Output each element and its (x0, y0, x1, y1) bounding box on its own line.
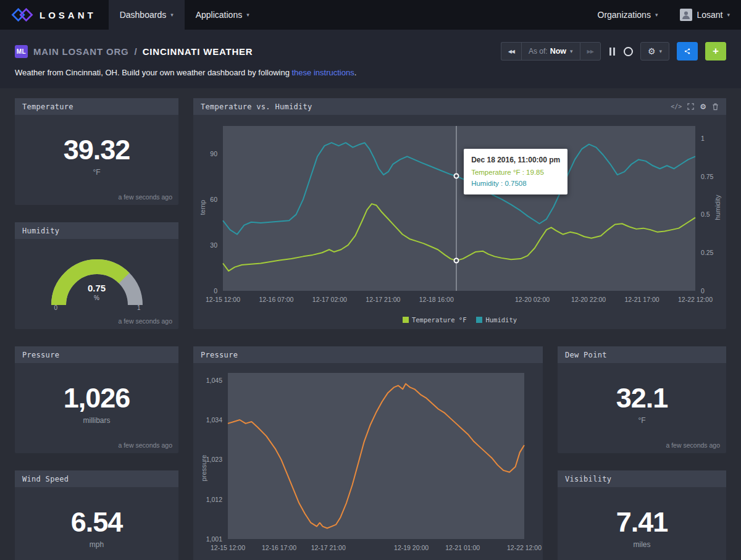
block-body: 32.1 °F a few seconds ago (558, 363, 726, 453)
gauge-max-label: 1 (137, 304, 141, 311)
breadcrumb: ML MAIN LOSANT ORG / CINCINNATI WEATHER (15, 45, 253, 58)
block-body: 0.75 % 0 1 a few seconds ago (15, 239, 178, 329)
time-back-button[interactable]: ◀◀ (501, 42, 521, 61)
gauge-value: 0.75 (44, 283, 149, 293)
axis-tick-label: 0.75 (701, 173, 713, 180)
chart-legend: Temperature °FHumidity (193, 316, 726, 324)
as-of-value: Now (550, 47, 566, 56)
block-title: Visibility (565, 475, 611, 483)
nav-user-menu[interactable]: Losant ▾ (669, 0, 741, 30)
block-body: 7.41 miles (558, 487, 726, 560)
nav-dashboards[interactable]: Dashboards ▾ (109, 0, 185, 30)
instructions-link[interactable]: these instructions (292, 68, 354, 77)
avatar (680, 9, 692, 21)
chevron-down-icon: ▾ (659, 48, 662, 54)
axis-tick-label: 1,045 (206, 377, 222, 384)
brand-text: LOSANT (40, 10, 96, 20)
block-chart-header[interactable]: Temperature vs. Humidity </> ⚙ (193, 98, 726, 115)
as-of-label: As of: (529, 47, 548, 56)
block-visibility-header[interactable]: Visibility (558, 470, 726, 487)
pause-button[interactable] (608, 48, 616, 56)
axis-tick-label: 0.25 (701, 249, 713, 256)
axis-tick-label: 12-22 12:00 (678, 296, 713, 303)
legend-item: Humidity (476, 316, 517, 324)
axis-tick-label: 1,001 (206, 535, 222, 543)
breadcrumb-org-link[interactable]: MAIN LOSANT ORG (33, 46, 129, 57)
trash-icon[interactable] (712, 103, 719, 111)
description-period: . (354, 68, 357, 77)
block-pressure-header[interactable]: Pressure (15, 346, 178, 363)
humidity-gauge: 0.75 % 0 1 (44, 252, 149, 309)
chart-body: temp humidity Dec 18 2016, 11:00:00 pm T… (193, 115, 726, 329)
block-wind-header[interactable]: Wind Speed (15, 470, 178, 487)
block-title: Pressure (201, 351, 238, 359)
nav-organizations[interactable]: Organizations ▾ (587, 0, 669, 30)
plus-icon: + (713, 45, 719, 57)
row-2: Pressure 1,026 millibars a few seconds a… (15, 346, 726, 560)
block-temperature: Temperature 39.32 °F a few seconds ago (15, 98, 178, 205)
code-icon[interactable]: </> (671, 103, 682, 110)
nav-applications[interactable]: Applications ▾ (185, 0, 261, 30)
dashboard-description: Weather from Cincinnati, OH. Build your … (15, 68, 726, 77)
last-updated: a few seconds ago (118, 193, 172, 201)
refresh-indicator-icon[interactable] (624, 47, 633, 56)
axis-tick-label: 1,034 (206, 416, 222, 424)
block-visibility: Visibility 7.41 miles (558, 470, 726, 560)
gauge-min-label: 0 (54, 304, 58, 311)
description-text: Weather from Cincinnati, OH. Build your … (15, 68, 290, 77)
block-title: Pressure (22, 351, 59, 359)
as-of-dropdown[interactable]: As of: Now ▾ (521, 42, 580, 61)
block-body: 6.54 mph (15, 487, 178, 560)
org-badge[interactable]: ML (15, 45, 28, 58)
losant-logo-icon (11, 8, 33, 22)
chevron-down-icon: ▾ (570, 48, 573, 54)
block-chart-header[interactable]: Pressure (193, 346, 543, 363)
chart-body: pressure 1,0011,0121,0231,0341,04512-15 … (193, 363, 543, 560)
axis-tick-label: 0 (214, 287, 217, 295)
add-block-button[interactable]: + (705, 42, 726, 61)
last-updated: a few seconds ago (118, 441, 172, 449)
axis-tick-label: 12-21 01:00 (445, 544, 480, 551)
share-button[interactable] (677, 42, 698, 61)
axis-tick-label: 0 (701, 287, 705, 295)
block-dew-header[interactable]: Dew Point (558, 346, 726, 363)
axis-tick-label: 1 (701, 135, 705, 142)
block-temperature-header[interactable]: Temperature (15, 98, 178, 115)
last-updated: a few seconds ago (118, 317, 172, 325)
dashboard-header: ML MAIN LOSANT ORG / CINCINNATI WEATHER … (0, 30, 741, 88)
pause-icon (609, 48, 615, 56)
block-title: Temperature vs. Humidity (201, 102, 312, 111)
axis-tick-label: 30 (210, 241, 217, 249)
nav-user-label: Losant (697, 10, 722, 20)
y-axis-title-left: temp (199, 200, 206, 215)
time-forward-button[interactable]: ▶▶ (580, 42, 601, 61)
nav-dashboards-label: Dashboards (120, 10, 167, 20)
block-title: Humidity (22, 227, 59, 235)
axis-tick-label: 12-16 07:00 (259, 296, 293, 303)
rewind-icon: ◀◀ (508, 49, 514, 54)
page-title: CINCINNATI WEATHER (143, 46, 253, 57)
metric-unit: millibars (83, 416, 110, 425)
block-pressure-chart: Pressure pressure 1,0011,0121,0231,0341,… (193, 346, 543, 560)
block-humidity-header[interactable]: Humidity (15, 222, 178, 239)
axis-tick-label: 12-15 12:00 (211, 544, 245, 551)
axis-tick-label: 12-22 12:00 (507, 544, 542, 551)
losant-home-link[interactable]: LOSANT (0, 0, 109, 30)
metric-unit: °F (93, 168, 100, 177)
metric-value: 1,026 (64, 384, 130, 412)
gear-icon[interactable]: ⚙ (700, 102, 706, 111)
tooltip-time: Dec 18 2016, 11:00:00 pm (471, 154, 560, 166)
plot-area[interactable]: 1,0011,0121,0231,0341,04512-15 12:0012-1… (228, 373, 524, 539)
navbar: LOSANT Dashboards ▾ Applications ▾ Organ… (0, 0, 741, 30)
y-axis-title-right: humidity (714, 195, 721, 220)
axis-tick-label: 12-20 22:00 (571, 296, 606, 303)
person-icon (681, 10, 691, 20)
settings-dropdown[interactable]: ⚙ ▾ (640, 42, 669, 61)
plot-area[interactable]: Dec 18 2016, 11:00:00 pm Temperature °F … (223, 126, 695, 291)
metric-value: 7.41 (616, 508, 668, 536)
axis-tick-label: 12-15 12:00 (206, 296, 240, 303)
axis-tick-label: 12-17 21:00 (311, 544, 346, 551)
axis-tick-label: 12-18 16:00 (419, 296, 454, 303)
expand-icon[interactable] (687, 103, 694, 110)
chart-tooltip: Dec 18 2016, 11:00:00 pm Temperature °F … (464, 149, 567, 194)
